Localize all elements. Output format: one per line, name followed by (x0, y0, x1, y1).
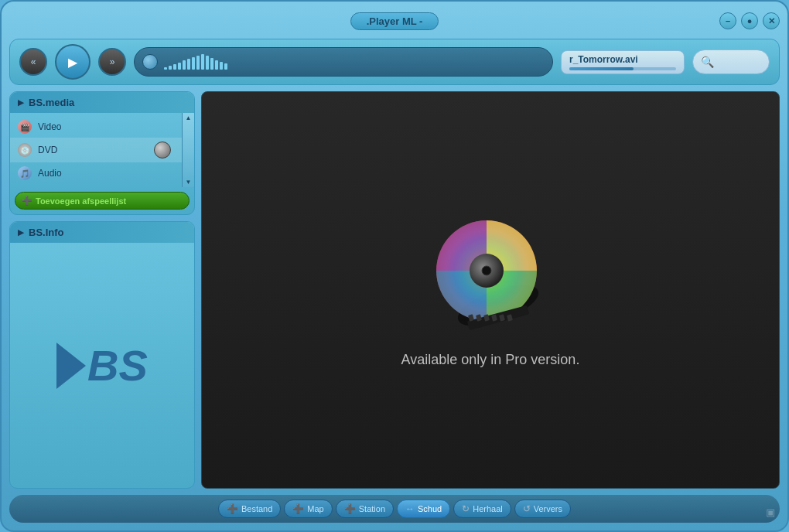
vol-bar-10 (210, 58, 213, 70)
btn-icon-map: ➕ (292, 503, 304, 514)
bottom-btn-station[interactable]: ➕Station (336, 500, 394, 518)
video-area: Available only in Pro version. (201, 91, 780, 489)
btn-label-schud: Schud (418, 504, 442, 513)
media-item-audio[interactable]: 🎵 Audio (10, 162, 194, 184)
title-bar: .Player ML - – ● ✕ (9, 9, 780, 32)
add-playlist-label: Toevoegen afspeellijst (36, 196, 126, 206)
bs-arrow-icon (56, 343, 86, 389)
progress-bar[interactable] (569, 67, 676, 70)
bottom-btn-bestand[interactable]: ➕Bestand (218, 500, 281, 518)
progress-fill (569, 67, 634, 70)
pro-version-text: Available only in Pro version. (401, 352, 580, 368)
media-panel: ▶ BS.media 🎬 Video 💿 DVD 🎵 Au (9, 91, 195, 215)
dvd-selector[interactable] (154, 142, 171, 159)
vol-bar-8 (201, 54, 204, 70)
window-controls: – ● ✕ (719, 12, 780, 29)
app-window: .Player ML - – ● ✕ « ▶ » r_Tomorrow.avi … (0, 0, 789, 532)
btn-label-herhaal: Herhaal (473, 504, 503, 513)
bottom-btn-herhaal[interactable]: ↻Herhaal (453, 500, 511, 518)
bottom-btn-ververs[interactable]: ↺Ververs (514, 500, 571, 518)
btn-icon-schud: ↔ (405, 503, 415, 514)
bottom-bar: ➕Bestand➕Map➕Station↔Schud↻Herhaal↺Verve… (9, 495, 780, 523)
audio-label: Audio (38, 168, 62, 179)
vol-bar-2 (173, 64, 176, 70)
volume-bars (164, 54, 227, 70)
media-item-dvd[interactable]: 💿 DVD (10, 138, 194, 162)
scroll-up-icon[interactable]: ▲ (186, 114, 192, 121)
vol-bar-13 (224, 63, 227, 70)
media-item-video[interactable]: 🎬 Video (10, 116, 194, 138)
search-icon: 🔍 (701, 56, 714, 68)
add-playlist-button[interactable]: ➕ Toevoegen afspeellijst (15, 192, 190, 210)
media-list: 🎬 Video 💿 DVD 🎵 Audio ▲ ▼ (10, 113, 194, 187)
dvd-icon: 💿 (18, 143, 32, 157)
bottom-btn-map[interactable]: ➕Map (284, 500, 332, 518)
btn-icon-herhaal: ↻ (462, 503, 470, 514)
svg-point-3 (482, 266, 491, 275)
info-panel: ▶ BS.Info BS (9, 221, 195, 489)
video-icon: 🎬 (18, 120, 32, 134)
bs-logo-area: BS (10, 243, 194, 488)
volume-area (134, 47, 553, 77)
btn-label-station: Station (359, 504, 385, 513)
vol-bar-11 (215, 60, 218, 70)
scroll-bar[interactable]: ▲ ▼ (182, 113, 194, 187)
minimize-button[interactable]: – (719, 12, 736, 29)
btn-icon-bestand: ➕ (227, 503, 238, 514)
btn-icon-ververs: ↺ (523, 503, 531, 514)
sidebar: ▶ BS.media 🎬 Video 💿 DVD 🎵 Au (9, 91, 195, 489)
play-button[interactable]: ▶ (55, 44, 91, 80)
btn-label-map: Map (307, 504, 323, 513)
btn-label-ververs: Ververs (534, 504, 562, 513)
dvd-label: DVD (38, 145, 57, 155)
video-label: Video (38, 121, 61, 132)
scroll-down-icon[interactable]: ▼ (186, 179, 192, 186)
main-content: ▶ BS.media 🎬 Video 💿 DVD 🎵 Au (9, 91, 780, 489)
vol-bar-1 (169, 66, 172, 70)
disc-logo (429, 213, 552, 336)
window-title: .Player ML - (350, 12, 439, 30)
bottom-btn-schud[interactable]: ↔Schud (397, 500, 450, 518)
filename-text: r_Tomorrow.avi (569, 54, 676, 65)
info-panel-arrow-icon: ▶ (18, 228, 24, 237)
vol-bar-9 (206, 56, 209, 70)
bs-text: BS (87, 344, 148, 387)
controls-bar: « ▶ » r_Tomorrow.avi 🔍 (9, 39, 780, 85)
filename-area: r_Tomorrow.avi (561, 50, 685, 74)
panel-arrow-icon: ▶ (18, 98, 24, 107)
btn-icon-station: ➕ (344, 503, 356, 514)
vol-bar-7 (196, 56, 200, 70)
audio-icon: 🎵 (18, 166, 32, 180)
vol-bar-5 (187, 59, 190, 70)
volume-knob[interactable] (142, 54, 158, 70)
vol-bar-0 (164, 67, 167, 70)
search-box[interactable]: 🔍 (692, 49, 770, 74)
info-panel-header: ▶ BS.Info (10, 222, 194, 243)
vol-bar-4 (183, 60, 186, 70)
vol-bar-3 (178, 63, 181, 70)
maximize-button[interactable]: ● (741, 12, 758, 29)
btn-label-bestand: Bestand (241, 504, 272, 513)
media-panel-header: ▶ BS.media (10, 92, 194, 113)
vol-bar-12 (220, 62, 223, 70)
add-icon: ➕ (22, 196, 32, 206)
bs-logo: BS (56, 343, 148, 389)
forward-button[interactable]: » (98, 48, 126, 76)
info-panel-title: BS.Info (29, 227, 64, 238)
media-panel-title: BS.media (29, 97, 74, 108)
rewind-button[interactable]: « (19, 48, 47, 76)
close-button[interactable]: ✕ (763, 12, 780, 29)
vol-bar-6 (192, 57, 195, 70)
